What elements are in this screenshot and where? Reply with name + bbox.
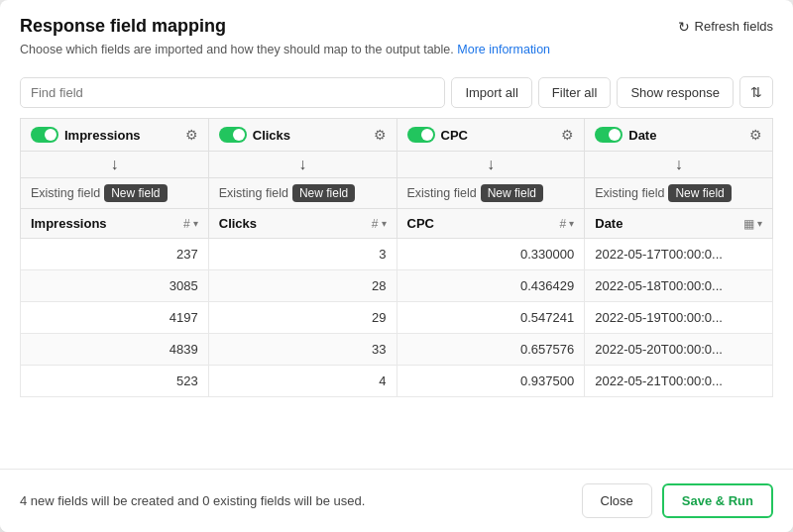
chevron-clicks: ▾ xyxy=(382,218,387,229)
table-row: 4839330.6575762022-05-20T00:00:0... xyxy=(21,334,773,366)
table-cell: 3085 xyxy=(21,270,209,302)
toggle-cpc[interactable] xyxy=(407,127,435,143)
toggle-impressions[interactable] xyxy=(31,127,58,143)
table-cell: 0.547241 xyxy=(396,302,585,334)
table-cell: 4839 xyxy=(21,334,209,366)
field-type-cpc: Existing field New field xyxy=(396,178,585,209)
new-field-badge-impressions[interactable]: New field xyxy=(104,184,167,202)
more-info-link[interactable]: More information xyxy=(457,43,550,56)
existing-field-label-cpc: Existing field xyxy=(407,186,477,200)
hash-icon-cpc: # xyxy=(560,217,567,231)
show-response-button[interactable]: Show response xyxy=(617,77,734,108)
new-field-badge-date[interactable]: New field xyxy=(668,184,731,202)
title-row: Response field mapping ↻ Refresh fields xyxy=(20,16,773,37)
table-cell: 2022-05-18T00:00:0... xyxy=(585,270,773,302)
table-cell: 29 xyxy=(208,302,396,334)
table-row: 52340.9375002022-05-21T00:00:0... xyxy=(21,366,773,397)
hash-icon-impressions: # xyxy=(183,217,190,231)
arrow-row: ↓ ↓ ↓ ↓ xyxy=(21,152,773,178)
existing-field-label-date: Existing field xyxy=(595,186,664,200)
table-cell: 2022-05-21T00:00:0... xyxy=(585,366,773,397)
table-cell: 2022-05-17T00:00:0... xyxy=(585,239,773,270)
table-cell: 4 xyxy=(208,366,396,397)
refresh-label: Refresh fields xyxy=(695,19,773,34)
table-cell: 0.436429 xyxy=(396,270,585,302)
save-run-button[interactable]: Save & Run xyxy=(662,483,773,518)
table-cell: 2022-05-20T00:00:0... xyxy=(585,334,773,366)
table-row: 23730.3300002022-05-17T00:00:0... xyxy=(21,239,773,270)
col-header-impressions: Impressions ⚙ xyxy=(21,119,209,152)
col-name-impressions: Impressions xyxy=(64,128,141,143)
refresh-button[interactable]: ↻ Refresh fields xyxy=(678,19,773,35)
subtitle: Choose which fields are imported and how… xyxy=(20,43,773,56)
import-all-button[interactable]: Import all xyxy=(451,77,531,108)
chevron-cpc: ▾ xyxy=(569,218,574,229)
arrow-clicks: ↓ xyxy=(208,152,396,178)
toggle-date[interactable] xyxy=(595,127,623,143)
table-cell: 33 xyxy=(208,334,396,366)
gear-cpc[interactable]: ⚙ xyxy=(561,127,574,143)
col-name-cpc: CPC xyxy=(441,128,468,143)
gear-date[interactable]: ⚙ xyxy=(749,127,762,143)
col-header-cpc: CPC ⚙ xyxy=(396,119,585,152)
col-name-date: Date xyxy=(628,128,656,143)
table-cell: 28 xyxy=(208,270,396,302)
gear-impressions[interactable]: ⚙ xyxy=(185,127,198,143)
field-type-row: Existing field New field Existing field … xyxy=(21,178,773,209)
table-cell: 237 xyxy=(21,239,209,270)
existing-field-label-clicks: Existing field xyxy=(219,186,288,200)
field-type-clicks: Existing field New field xyxy=(208,178,396,209)
modal-footer: 4 new fields will be created and 0 exist… xyxy=(0,469,793,532)
field-name-date: Date ▦ ▾ xyxy=(585,209,773,239)
col-header-date: Date ⚙ xyxy=(585,119,773,152)
hash-icon-clicks: # xyxy=(372,217,379,231)
table-cell: 0.330000 xyxy=(396,239,585,270)
table-cell: 2022-05-19T00:00:0... xyxy=(585,302,773,334)
table-cell: 0.937500 xyxy=(396,366,585,397)
field-type-date: Existing field New field xyxy=(585,178,773,209)
field-type-impressions: Existing field New field xyxy=(21,178,209,209)
footer-buttons: Close Save & Run xyxy=(582,483,774,518)
chevron-date: ▾ xyxy=(757,218,762,229)
close-button[interactable]: Close xyxy=(582,483,652,518)
arrow-cpc: ↓ xyxy=(396,152,585,178)
footer-info: 4 new fields will be created and 0 exist… xyxy=(20,493,365,508)
modal-title: Response field mapping xyxy=(20,16,226,37)
field-name-clicks: Clicks # ▾ xyxy=(208,209,396,239)
col-header-clicks: Clicks ⚙ xyxy=(208,119,396,152)
arrow-impressions: ↓ xyxy=(21,152,209,178)
existing-field-label-impressions: Existing field xyxy=(31,186,100,200)
table-row: 3085280.4364292022-05-18T00:00:0... xyxy=(21,270,773,302)
field-name-cpc: CPC # ▾ xyxy=(396,209,585,239)
table-row: 4197290.5472412022-05-19T00:00:0... xyxy=(21,302,773,334)
cal-icon-date: ▦ xyxy=(743,217,754,231)
table-cell: 0.657576 xyxy=(396,334,585,366)
table-cell: 3 xyxy=(208,239,396,270)
filter-all-button[interactable]: Filter all xyxy=(538,77,612,108)
search-input[interactable] xyxy=(20,77,445,108)
sort-button[interactable]: ⇅ xyxy=(739,76,773,108)
toggle-clicks[interactable] xyxy=(219,127,247,143)
table-body: 23730.3300002022-05-17T00:00:0...3085280… xyxy=(21,239,773,397)
table-container: Impressions ⚙ Clicks ⚙ xyxy=(0,118,793,469)
field-name-impressions: Impressions # ▾ xyxy=(21,209,209,239)
col-header-row: Impressions ⚙ Clicks ⚙ xyxy=(21,119,773,152)
refresh-icon: ↻ xyxy=(678,19,690,35)
table-cell: 4197 xyxy=(21,302,209,334)
modal: Response field mapping ↻ Refresh fields … xyxy=(0,0,793,532)
table-cell: 523 xyxy=(21,366,209,397)
toolbar: Import all Filter all Show response ⇅ xyxy=(0,76,793,118)
arrow-date: ↓ xyxy=(585,152,773,178)
modal-header: Response field mapping ↻ Refresh fields … xyxy=(0,0,793,76)
col-name-clicks: Clicks xyxy=(253,128,290,143)
new-field-badge-cpc[interactable]: New field xyxy=(481,184,543,202)
gear-clicks[interactable]: ⚙ xyxy=(374,127,387,143)
field-mapping-table: Impressions ⚙ Clicks ⚙ xyxy=(20,118,773,397)
field-name-row: Impressions # ▾ Clicks # ▾ xyxy=(21,209,773,239)
new-field-badge-clicks[interactable]: New field xyxy=(292,184,355,202)
chevron-impressions: ▾ xyxy=(193,218,198,229)
